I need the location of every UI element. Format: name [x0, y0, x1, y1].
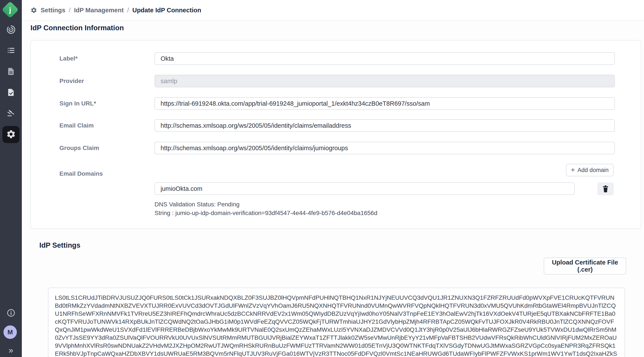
sign-in-url-field-label: Sign In URL*	[60, 97, 152, 110]
dns-verification-string: String : jumio-up-idp-domain-verificatio…	[154, 210, 377, 216]
plus-icon: +	[571, 166, 575, 173]
gavel-icon	[6, 108, 16, 118]
sidebar-item-activity[interactable]	[0, 22, 22, 37]
sidebar-item-documents[interactable]	[0, 64, 22, 79]
sign-in-url-input[interactable]	[154, 97, 615, 110]
list-icon	[6, 46, 16, 55]
sidebar-item-info[interactable]	[0, 305, 22, 320]
main-content: IdP Connection Information Label* Provid…	[22, 21, 644, 357]
add-domain-button[interactable]: + Add domain	[566, 164, 614, 176]
email-claim-field-label: Email Claim	[60, 119, 152, 132]
radar-icon	[6, 25, 16, 34]
breadcrumb-separator: /	[127, 7, 129, 14]
header: Settings / IdP Management / Update IdP C…	[22, 0, 644, 21]
sidebar-item-settings[interactable]	[2, 126, 20, 143]
sidebar-item-verifications[interactable]	[0, 85, 22, 100]
email-claim-input[interactable]	[154, 119, 615, 132]
certificate-textarea[interactable]: LS0tLS1CRUdJTiBDRVJUSUZJQ0FURS0tLS0tCk1J…	[48, 288, 625, 357]
email-domain-input[interactable]	[154, 182, 575, 195]
connection-info-card: Label* Provider Sign In URL* Email Claim…	[30, 40, 641, 229]
page-title: IdP Connection Information	[30, 24, 124, 32]
label-field-label: Label*	[60, 52, 152, 65]
groups-claim-input[interactable]	[154, 142, 615, 154]
delete-domain-button[interactable]	[597, 182, 614, 195]
upload-certificate-button[interactable]: Upload Certificate File (.cer)	[544, 258, 626, 274]
avatar[interactable]: M	[4, 326, 17, 339]
avatar-initial: M	[8, 328, 13, 336]
sidebar: j	[0, 0, 22, 357]
breadcrumb-current-page: Update IdP Connection	[132, 7, 201, 14]
upload-certificate-label: Upload Certificate File (.cer)	[546, 259, 624, 273]
idp-settings-title: IdP Settings	[39, 241, 80, 250]
sidebar-item-rules[interactable]	[0, 106, 22, 120]
trash-icon	[602, 185, 609, 193]
sidebar-item-list[interactable]	[0, 43, 22, 58]
breadcrumb-separator: /	[69, 7, 70, 14]
email-domains-field-label: Email Domains	[60, 168, 152, 180]
settings-icon	[6, 129, 16, 140]
info-icon	[7, 308, 15, 317]
settings-gear-icon	[30, 7, 37, 14]
dns-validation-status: DNS Validation Status: Pending	[154, 201, 240, 208]
provider-field-label: Provider	[60, 75, 152, 87]
logo-letter: j	[9, 6, 11, 14]
breadcrumb-settings[interactable]: Settings	[41, 7, 65, 14]
breadcrumb-idp-management[interactable]: IdP Management	[74, 7, 124, 14]
expand-icon[interactable]: »	[0, 346, 22, 355]
document-check-icon	[6, 88, 16, 97]
document-icon	[6, 67, 16, 76]
app-logo[interactable]: j	[2, 1, 18, 18]
label-input[interactable]	[154, 52, 615, 65]
add-domain-label: Add domain	[578, 167, 608, 174]
groups-claim-field-label: Groups Claim	[60, 142, 152, 154]
provider-input	[154, 75, 615, 87]
